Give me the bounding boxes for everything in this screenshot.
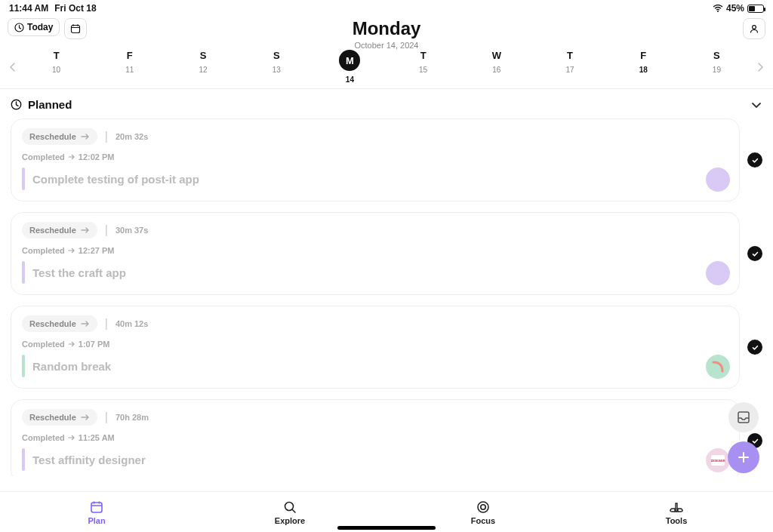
day-letter: W (492, 50, 501, 61)
completed-prefix: Completed (22, 152, 65, 161)
search-icon (282, 500, 297, 515)
svg-point-8 (481, 504, 485, 509)
task-card[interactable]: Reschedule|20m 32sCompleted12:02 PMCompl… (11, 118, 740, 201)
calendar-icon (70, 23, 81, 34)
day-19[interactable]: S19 (680, 50, 753, 84)
profile-button[interactable] (743, 18, 765, 39)
svg-point-3 (753, 26, 756, 29)
nav-plan[interactable]: Plan (0, 492, 193, 532)
completed-prefix: Completed (22, 340, 65, 349)
completed-time: 12:27 PM (79, 246, 115, 255)
collapse-button[interactable] (750, 99, 762, 111)
svg-rect-5 (91, 503, 102, 512)
completed-time: 11:25 AM (79, 433, 115, 442)
today-label: Today (27, 22, 53, 32)
arrow-right-icon (68, 341, 75, 347)
task-title-row: Complete testing of post-it app (22, 168, 728, 190)
add-button[interactable] (728, 441, 759, 473)
day-15[interactable]: T15 (386, 50, 460, 84)
separator: | (105, 317, 108, 331)
day-number: 13 (273, 66, 281, 74)
task-avatar (706, 168, 730, 192)
completed-line: Completed11:25 AM (22, 433, 728, 442)
today-button[interactable]: Today (8, 18, 60, 36)
status-date: Fri Oct 18 (54, 3, 96, 14)
completed-line: Completed12:27 PM (22, 246, 728, 255)
inbox-icon (736, 410, 751, 425)
card-header: Reschedule|30m 37s (22, 222, 728, 238)
task-avatar (706, 261, 730, 285)
day-11[interactable]: F11 (93, 50, 166, 84)
day-letter: S (713, 50, 720, 61)
day-letter: S (273, 50, 280, 61)
task-color-bar (22, 261, 25, 284)
week-strip: T10F11S12S13M14T15W16T17F18S19 (0, 45, 773, 88)
duration-label: 30m 37s (115, 226, 148, 235)
user-icon (749, 23, 759, 34)
section-title: Planned (28, 98, 72, 111)
task-card[interactable]: Reschedule|40m 12sCompleted1:07 PMRandom… (11, 306, 740, 389)
nav-label: Plan (88, 516, 105, 525)
nav-label: Focus (471, 516, 495, 525)
arrow-right-icon (68, 248, 75, 254)
day-number: 19 (713, 66, 721, 74)
completed-prefix: Completed (22, 246, 65, 255)
card-header: Reschedule|70h 28m (22, 409, 728, 426)
duration-label: 70h 28m (115, 413, 149, 422)
clock-icon (11, 99, 22, 110)
day-letter: F (127, 50, 133, 61)
task-title: Random break (32, 360, 111, 373)
day-18[interactable]: F18 (607, 50, 680, 84)
home-indicator (337, 526, 436, 530)
svg-point-0 (717, 11, 719, 12)
complete-check-button[interactable] (747, 246, 762, 261)
nav-label: Tools (666, 516, 688, 525)
day-letter: T (420, 50, 427, 61)
task-row: Reschedule|20m 32sCompleted12:02 PMCompl… (11, 118, 762, 201)
arrow-right-icon (81, 320, 90, 328)
next-week-button[interactable] (753, 63, 767, 72)
task-title-row: Test affinity designer (22, 448, 728, 471)
complete-check-button[interactable] (747, 152, 762, 168)
calendar-button[interactable] (64, 18, 87, 39)
arrow-right-icon (68, 154, 75, 160)
inbox-button[interactable] (728, 402, 759, 432)
wifi-icon (713, 5, 723, 12)
complete-check-button[interactable] (747, 340, 762, 355)
battery-icon (747, 5, 764, 13)
task-row: Reschedule|70h 28mCompleted11:25 AMTest … (11, 399, 762, 476)
day-12[interactable]: S12 (166, 50, 239, 84)
completed-line: Completed12:02 PM (22, 152, 728, 161)
reschedule-button[interactable]: Reschedule (22, 128, 97, 145)
day-16[interactable]: W16 (460, 50, 533, 84)
reschedule-button[interactable]: Reschedule (22, 409, 97, 426)
day-17[interactable]: T17 (533, 50, 606, 84)
task-card[interactable]: Reschedule|30m 37sCompleted12:27 PMTest … (11, 212, 740, 295)
day-letter: T (54, 50, 60, 61)
nav-tools[interactable]: Tools (580, 492, 773, 532)
day-10[interactable]: T10 (20, 50, 93, 84)
day-13[interactable]: S13 (240, 50, 313, 84)
card-header: Reschedule|20m 32s (22, 128, 728, 145)
reschedule-button[interactable]: Reschedule (22, 315, 97, 332)
calendar-icon (89, 500, 104, 515)
day-number: 11 (125, 66, 134, 74)
page-title: Monday (353, 18, 421, 39)
task-card[interactable]: Reschedule|70h 28mCompleted11:25 AMTest … (11, 399, 740, 476)
nav-label: Explore (275, 516, 305, 525)
day-number: 17 (565, 66, 574, 74)
svg-point-7 (478, 502, 488, 512)
separator: | (105, 223, 108, 237)
task-title-row: Random break (22, 355, 728, 377)
prev-week-button[interactable] (6, 63, 20, 72)
reschedule-button[interactable]: Reschedule (22, 222, 97, 238)
task-row: Reschedule|30m 37sCompleted12:27 PMTest … (11, 212, 762, 295)
day-letter: F (640, 50, 646, 61)
task-color-bar (22, 355, 25, 377)
task-title-row: Test the craft app (22, 261, 728, 284)
day-14[interactable]: M14 (313, 50, 386, 84)
completed-line: Completed1:07 PM (22, 340, 728, 349)
duration-label: 20m 32s (115, 132, 148, 141)
task-list[interactable]: Reschedule|20m 32sCompleted12:02 PMCompl… (0, 118, 773, 476)
target-icon (476, 500, 491, 515)
